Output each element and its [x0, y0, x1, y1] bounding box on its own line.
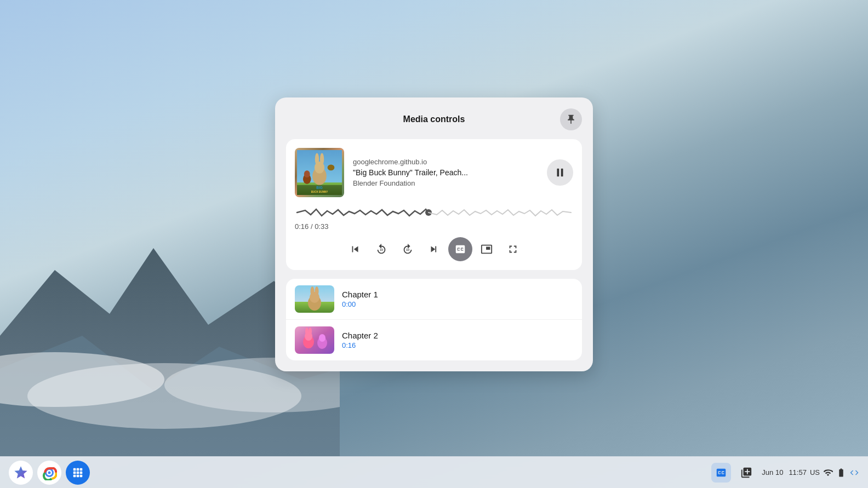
chapter-2-time: 0:16 [342, 341, 573, 349]
svg-rect-19 [557, 169, 559, 177]
chapter-item[interactable]: Chapter 1 0:00 [286, 279, 582, 320]
taskbar-queue-icon[interactable] [736, 463, 756, 483]
apps-grid-icon[interactable] [66, 461, 90, 485]
captions-button[interactable] [448, 237, 472, 261]
skip-end-icon [428, 243, 440, 255]
track-info: googlechrome.github.io "Big Buck Bunny" … [353, 158, 538, 187]
taskbar: Jun 10 11:57 US [0, 456, 868, 488]
chapter-1-info: Chapter 1 0:00 [342, 290, 573, 308]
fullscreen-icon [507, 243, 519, 255]
svg-rect-42 [73, 468, 76, 470]
taskbar-time: 11:57 [789, 468, 807, 476]
play-pause-button[interactable] [547, 159, 573, 186]
skip-beginning-icon [349, 243, 361, 255]
taskbar-left [9, 461, 90, 485]
svg-rect-20 [561, 169, 563, 177]
queue-icon [740, 467, 752, 479]
fullscreen-button[interactable] [501, 237, 525, 261]
pin-icon [566, 114, 576, 125]
svg-text:10: 10 [380, 248, 383, 251]
forward-button[interactable]: 10 [396, 237, 420, 261]
album-art: BIG BUCK BUNNY [295, 148, 344, 197]
svg-point-14 [304, 170, 310, 177]
forward-icon: 10 [402, 243, 414, 255]
media-panel-title: Media controls [308, 114, 560, 124]
media-controls-panel: Media controls [275, 97, 593, 371]
taskbar-locale: US [810, 468, 820, 476]
taskbar-date: Jun 10 [762, 468, 783, 476]
launcher-app-icon[interactable] [9, 461, 33, 485]
track-source: googlechrome.github.io [353, 158, 538, 166]
chapter-2-info: Chapter 2 0:16 [342, 331, 573, 349]
bbb-poster: BIG BUCK BUNNY [297, 148, 342, 197]
taskbar-status: 11:57 US [789, 468, 859, 478]
rewind-icon: 10 [375, 243, 387, 255]
time-display: 0:16 / 0:33 [295, 222, 573, 231]
grid-icon [72, 467, 84, 479]
svg-rect-30 [295, 326, 334, 354]
svg-rect-46 [77, 471, 79, 474]
rewind-button[interactable]: 10 [369, 237, 393, 261]
chapter-item[interactable]: Chapter 2 0:16 [286, 320, 582, 360]
svg-point-15 [328, 164, 335, 170]
chrome-icon [42, 465, 57, 480]
waveform-progress[interactable] [295, 206, 573, 219]
pin-button[interactable] [560, 108, 582, 130]
svg-text:10: 10 [406, 248, 409, 251]
svg-rect-49 [77, 474, 79, 477]
svg-rect-44 [80, 468, 83, 470]
svg-point-29 [315, 286, 319, 296]
taskbar-media-icon[interactable] [711, 463, 731, 483]
chapter-list: Chapter 1 0:00 [286, 279, 582, 360]
pause-icon [554, 167, 566, 179]
svg-rect-45 [73, 471, 76, 474]
svg-point-34 [309, 328, 312, 335]
pip-icon [481, 243, 493, 255]
now-playing-top: BIG BUCK BUNNY googlechrome.github.io "B… [295, 148, 573, 197]
svg-rect-50 [80, 474, 83, 477]
developer-icon [849, 468, 859, 478]
svg-text:BUCK BUNNY: BUCK BUNNY [311, 191, 328, 193]
progress-section[interactable]: 0:16 / 0:33 [295, 206, 573, 231]
chrome-app-icon[interactable] [37, 461, 61, 485]
chapter-1-time: 0:00 [342, 300, 573, 308]
controls-row: 10 10 [295, 237, 573, 261]
battery-icon [836, 468, 846, 478]
pip-button[interactable] [475, 237, 499, 261]
svg-text:BIG: BIG [316, 186, 322, 190]
captions-icon [454, 243, 466, 255]
svg-point-28 [311, 286, 315, 296]
svg-point-11 [315, 153, 319, 165]
chapter-2-thumbnail [295, 326, 334, 354]
track-title: "Big Buck Bunny" Trailer, Peach... [353, 168, 538, 177]
chapter-1-thumbnail [295, 285, 334, 313]
svg-point-41 [48, 471, 51, 474]
chapter-2-name: Chapter 2 [342, 331, 573, 340]
svg-rect-43 [77, 468, 79, 470]
svg-rect-48 [73, 474, 76, 477]
track-artist: Blender Foundation [353, 179, 538, 187]
now-playing-card: BIG BUCK BUNNY googlechrome.github.io "B… [286, 139, 582, 270]
wifi-icon [823, 468, 833, 478]
media-panel-header: Media controls [286, 108, 582, 130]
chapter-1-name: Chapter 1 [342, 290, 573, 299]
svg-rect-47 [80, 471, 83, 474]
svg-point-12 [320, 153, 324, 165]
taskbar-right: Jun 10 11:57 US [711, 463, 859, 483]
skip-end-button[interactable] [422, 237, 446, 261]
svg-point-33 [305, 328, 309, 335]
skip-beginning-button[interactable] [343, 237, 367, 261]
media-icon [715, 467, 727, 479]
svg-point-36 [319, 334, 326, 342]
star-icon [13, 465, 28, 480]
